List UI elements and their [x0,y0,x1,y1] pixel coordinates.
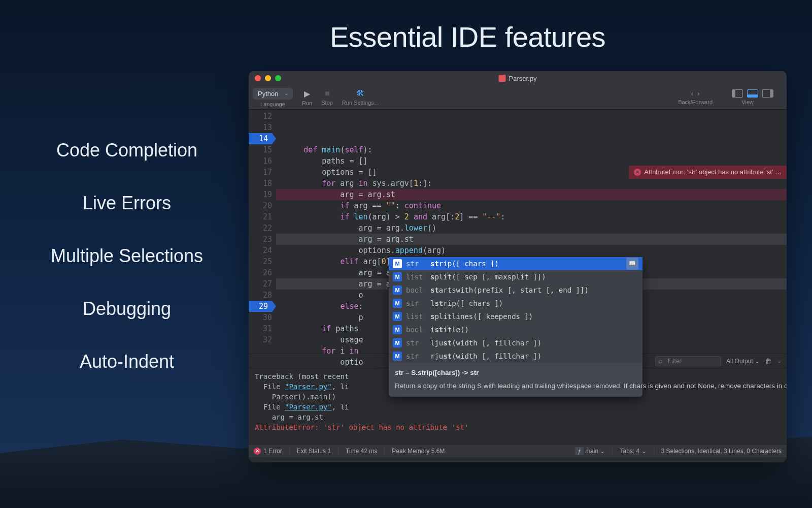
code-line[interactable]: if len(arg) > 2 and arg[:2] == "--": [276,211,787,223]
line-number[interactable]: 20 [249,200,272,211]
line-number[interactable]: 15 [249,144,272,155]
docs-icon[interactable]: 📖 [626,258,638,270]
run-time: Time 42 ms [346,448,377,455]
error-count[interactable]: ✕ 1 Error [254,448,282,455]
language-label: Language [260,101,285,107]
tab-width[interactable]: Tabs: 4 ⌄ [620,448,646,455]
statusbar: ✕ 1 Error Exit Status 1 Time 42 ms Peak … [249,444,787,457]
line-number[interactable]: 27 [249,278,272,290]
method-badge-icon: M [393,325,402,334]
ide-window: Parser.py Python Language ▶ Run ■ Stop 🛠… [249,71,787,462]
titlebar[interactable]: Parser.py [249,71,787,85]
line-number[interactable]: 23 [249,234,272,245]
code-line[interactable] [276,133,787,144]
error-dot-icon: ✕ [254,448,261,455]
close-icon[interactable] [255,75,261,81]
autocomplete-item[interactable]: M list splitlines([ keepends ]) [389,310,642,323]
peak-memory: Peak Memory 5.6M [392,448,445,455]
method-badge-icon: M [393,338,402,347]
console-filter-input[interactable] [655,356,721,366]
console-line: AttributeError: 'str' object has no attr… [255,422,781,432]
autocomplete-item[interactable]: M bool istitle() [389,323,642,336]
line-number[interactable]: 12 [249,111,272,122]
method-badge-icon: M [393,312,402,321]
line-number[interactable]: 22 [249,223,272,234]
line-number[interactable]: 16 [249,155,272,167]
feature-item: Live Errors [25,193,228,214]
line-number[interactable]: 18 [249,178,272,189]
method-badge-icon: M [393,352,402,361]
method-badge-icon: M [393,285,402,295]
error-inline-badge[interactable]: ✕ AttributeError: 'str' object has no at… [629,166,787,179]
feature-item: Code Completion [25,140,228,161]
selection-info: 3 Selections, Identical, 3 Lines, 0 Char… [661,448,782,455]
autocomplete-item[interactable]: M bool startswith(prefix [, start [, end… [389,283,642,297]
run-button[interactable]: ▶ [304,89,310,99]
autocomplete-popup[interactable]: M str strip([ chars ]) 📖M list split([ s… [389,257,642,397]
line-number[interactable]: 28 [249,290,272,301]
hero-title: Essential IDE features [330,20,787,53]
method-badge-icon: M [393,272,402,281]
method-badge-icon: M [393,299,402,308]
console-line: arg = arg.st [255,412,781,422]
autocomplete-item[interactable]: M str rjust(width [, fillchar ]) [389,350,642,363]
code-line[interactable]: arg = arg.lower() [276,223,787,234]
left-panel-toggle[interactable] [732,89,743,98]
autocomplete-item[interactable]: M str lstrip([ chars ]) [389,297,642,310]
minimize-icon[interactable] [265,75,271,81]
code-editor[interactable]: 1213141516171819202122232425262728293031… [249,110,787,354]
line-number[interactable]: 31 [249,323,272,334]
toolbar: Python Language ▶ Run ■ Stop 🛠 Run Setti… [249,85,787,110]
breakpoint-marker[interactable]: 29 [249,301,272,312]
autocomplete-doc: str – S.strip([chars]) -> strReturn a co… [389,363,642,397]
console-line: File "Parser.py", li [255,402,781,412]
code-area[interactable]: def main(self): paths = [] options = [] … [276,110,787,354]
code-line[interactable]: arg = arg.st [276,189,787,200]
line-number[interactable]: 25 [249,256,272,267]
feature-item: Debugging [25,298,228,320]
code-line[interactable]: arg = arg.st [276,234,787,245]
line-gutter[interactable]: 1213141516171819202122232425262728293031… [249,110,276,354]
zoom-icon[interactable] [275,75,281,81]
line-number[interactable]: 24 [249,245,272,256]
forward-button[interactable]: › [697,89,700,98]
window-title: Parser.py [499,75,537,82]
exit-status: Exit Status 1 [297,448,331,455]
line-number[interactable]: 32 [249,334,272,345]
error-icon: ✕ [634,169,641,176]
code-line[interactable]: def main(self): [276,144,787,155]
code-line[interactable]: paths = [] [276,155,787,167]
line-number[interactable]: 19 [249,189,272,200]
bottom-panel-toggle[interactable] [747,89,758,98]
stop-button[interactable]: ■ [325,89,330,98]
code-line[interactable]: if arg == "": continue [276,200,787,211]
python-file-icon [499,75,506,82]
code-line[interactable]: for arg in sys.argv[1:]: [276,178,787,189]
line-number[interactable]: 26 [249,267,272,278]
method-badge-icon: M [393,259,402,268]
features-list: Code CompletionLive ErrorsMultiple Selec… [25,140,228,404]
run-settings-button[interactable]: 🛠 [356,89,364,98]
line-number[interactable]: 13 [249,122,272,133]
line-number[interactable]: 21 [249,211,272,223]
back-button[interactable]: ‹ [691,89,693,98]
feature-item: Multiple Selections [25,245,228,267]
autocomplete-item[interactable]: M str strip([ chars ]) 📖 [389,257,642,270]
language-select[interactable]: Python [253,88,293,100]
right-panel-toggle[interactable] [762,89,773,98]
autocomplete-item[interactable]: M list split([ sep [, maxsplit ]]) [389,270,642,283]
code-line[interactable]: options.append(arg) [276,245,787,256]
breakpoint-marker[interactable]: 14 [249,133,272,144]
line-number[interactable]: 17 [249,167,272,178]
function-indicator[interactable]: ƒ main ⌄ [575,448,605,455]
line-number[interactable]: 30 [249,312,272,323]
feature-item: Auto-Indent [25,351,228,372]
autocomplete-item[interactable]: M str ljust(width [, fillchar ]) [389,336,642,350]
